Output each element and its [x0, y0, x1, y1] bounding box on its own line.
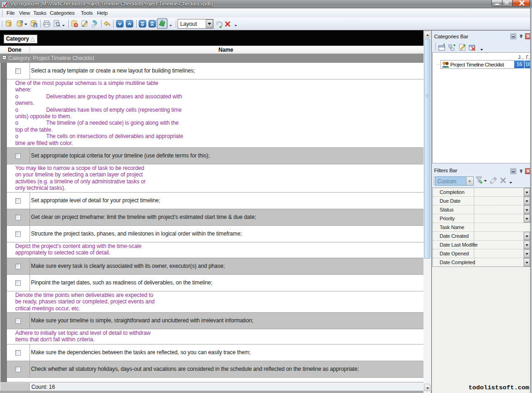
- svg-text:Layout: Layout: [180, 21, 197, 27]
